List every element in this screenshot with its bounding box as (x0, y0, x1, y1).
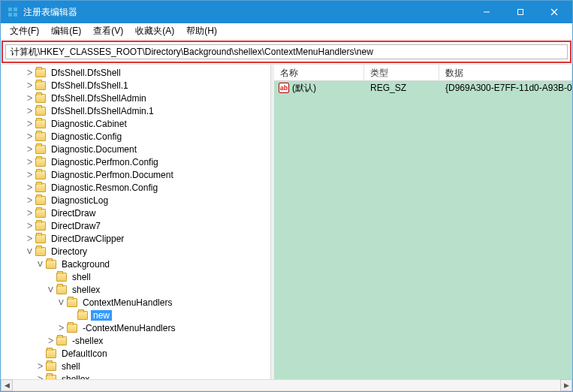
scroll-right-button[interactable]: ▶ (560, 379, 572, 391)
values-body[interactable]: ab(默认)REG_SZ{D969A300-E7FF-11d0-A93B-00A… (274, 81, 572, 379)
expand-toggle-closed-icon[interactable]: ᐳ (25, 68, 34, 77)
folder-icon (35, 145, 46, 154)
tree-label[interactable]: Diagnostic.Config (49, 131, 124, 142)
tree-row[interactable]: ᐳDiagnostic.Perfmon.Document (4, 168, 270, 181)
tree-pane[interactable]: ᐳDfsShell.DfsShellᐳDfsShell.DfsShell.1ᐳD… (1, 65, 271, 379)
expand-toggle-closed-icon[interactable]: ᐳ (25, 170, 34, 179)
tree-label[interactable]: DfsShell.DfsShellAdmin.1 (49, 106, 156, 116)
expand-toggle-closed-icon[interactable]: ᐳ (25, 209, 34, 218)
tree-label[interactable]: Diagnostic.Document (49, 144, 139, 155)
tree-row[interactable]: ᐯDirectory (4, 245, 270, 258)
tree-row[interactable]: ᐯBackground (4, 258, 270, 270)
tree-row[interactable]: ᐳDfsShell.DfsShell.1 (4, 79, 270, 92)
tree-label[interactable]: Diagnostic.Perfmon.Document (49, 170, 176, 180)
tree-label[interactable]: shell (70, 272, 93, 282)
menu-view[interactable]: 查看(V) (87, 23, 129, 39)
expand-toggle-closed-icon[interactable]: ᐳ (25, 183, 34, 192)
menu-help[interactable]: 帮助(H) (180, 23, 223, 39)
tree-label[interactable]: new (91, 310, 112, 321)
tree-label[interactable]: Diagnostic.Cabinet (49, 119, 129, 129)
tree-row[interactable]: ᐯshellex (4, 283, 270, 296)
folder-icon (35, 107, 46, 116)
expand-toggle-closed-icon[interactable]: ᐳ (25, 107, 34, 116)
tree-label[interactable]: shellex (59, 374, 92, 380)
expand-toggle-open-icon[interactable]: ᐯ (46, 285, 55, 294)
tree-row[interactable]: ᐳDirectDraw (4, 207, 270, 219)
menu-favorites[interactable]: 收藏夹(A) (129, 23, 180, 39)
folder-icon (46, 349, 56, 358)
addressbar-input[interactable] (5, 44, 568, 59)
expand-toggle-closed-icon[interactable]: ᐳ (25, 158, 34, 167)
tree-label[interactable]: DfsShell.DfsShell.1 (49, 80, 131, 91)
expand-toggle-closed-icon[interactable]: ᐳ (56, 324, 65, 333)
menu-file[interactable]: 文件(F) (4, 23, 45, 39)
tree-label[interactable]: DirectDrawClipper (49, 234, 126, 244)
tree-row[interactable]: ᐳDfsShell.DfsShellAdmin.1 (4, 104, 270, 117)
tree-label[interactable]: shellex (70, 285, 102, 295)
tree-row[interactable]: ᐳDfsShell.DfsShellAdmin (4, 92, 270, 104)
tree-label[interactable]: DefaultIcon (59, 348, 110, 359)
tree-row[interactable]: ᐳshellex (4, 372, 270, 379)
expand-toggle-open-icon[interactable]: ᐯ (35, 260, 44, 269)
folder-icon (35, 68, 46, 77)
column-data[interactable]: 数据 (439, 65, 572, 80)
tree-label[interactable]: DfsShell.DfsShell (49, 68, 123, 78)
expand-toggle-closed-icon[interactable]: ᐳ (25, 145, 34, 154)
expand-toggle-closed-icon[interactable]: ᐳ (46, 336, 55, 345)
registry-tree: ᐳDfsShell.DfsShellᐳDfsShell.DfsShell.1ᐳD… (1, 65, 270, 379)
minimize-button[interactable] (469, 1, 503, 23)
tree-row[interactable]: ᐳDirectDraw7 (4, 219, 270, 232)
tree-row[interactable]: ᐳ-shellex (4, 334, 270, 347)
expand-toggle-closed-icon[interactable]: ᐳ (25, 234, 34, 243)
expand-toggle-open-icon[interactable]: ᐯ (56, 298, 65, 307)
scroll-track[interactable] (13, 379, 560, 391)
tree-label[interactable]: ContextMenuHandlers (80, 297, 174, 308)
expand-toggle-closed-icon[interactable]: ᐳ (25, 222, 34, 231)
tree-label[interactable]: DfsShell.DfsShellAdmin (49, 93, 149, 104)
tree-label[interactable]: DirectDraw (49, 208, 98, 219)
tree-label[interactable]: -shellex (70, 336, 105, 346)
expand-toggle-open-icon[interactable]: ᐯ (25, 247, 34, 256)
tree-label[interactable]: -ContextMenuHandlers (80, 323, 177, 333)
tree-label[interactable]: Diagnostic.Perfmon.Config (49, 157, 161, 167)
menu-edit[interactable]: 编辑(E) (45, 23, 87, 39)
column-name[interactable]: 名称 (274, 65, 364, 80)
tree-row[interactable]: ᐳDirectDrawClipper (4, 232, 270, 245)
tree-row[interactable]: ᐳDiagnostic.Document (4, 143, 270, 155)
tree-row[interactable]: shell (4, 270, 270, 283)
tree-row[interactable]: ᐳDiagnostic.Cabinet (4, 117, 270, 130)
tree-label[interactable]: shell (59, 361, 83, 372)
scroll-left-button[interactable]: ◀ (1, 379, 13, 391)
expand-toggle-closed-icon[interactable]: ᐳ (25, 119, 34, 128)
tree-label[interactable]: Diagnostic.Resmon.Config (49, 182, 160, 193)
tree-row[interactable]: ᐳ-ContextMenuHandlers (4, 321, 270, 334)
horizontal-scrollbar[interactable]: ◀ ▶ (1, 379, 572, 391)
close-button[interactable] (537, 1, 571, 23)
tree-row[interactable]: ᐯContextMenuHandlers (4, 296, 270, 309)
tree-row[interactable]: ᐳDiagnostic.Config (4, 130, 270, 143)
tree-label[interactable]: Background (59, 259, 112, 270)
expand-toggle-closed-icon[interactable]: ᐳ (25, 132, 34, 141)
folder-icon (67, 324, 77, 333)
tree-label[interactable]: Directory (49, 246, 89, 257)
titlebar[interactable]: 注册表编辑器 (1, 1, 572, 23)
tree-row[interactable]: ᐳDiagnosticLog (4, 194, 270, 207)
expand-toggle-closed-icon[interactable]: ᐳ (25, 81, 34, 90)
expand-toggle-closed-icon[interactable]: ᐳ (35, 362, 44, 371)
tree-row[interactable]: ᐳshell (4, 360, 270, 372)
tree-label[interactable]: DirectDraw7 (49, 221, 103, 231)
tree-row[interactable]: ᐳDiagnostic.Perfmon.Config (4, 155, 270, 168)
folder-icon (56, 273, 67, 282)
value-row[interactable]: ab(默认)REG_SZ{D969A300-E7FF-11d0-A93B-00A… (274, 81, 572, 95)
expand-toggle-closed-icon[interactable]: ᐳ (25, 196, 34, 205)
tree-row[interactable]: new (4, 309, 270, 321)
expand-toggle-closed-icon[interactable]: ᐳ (25, 94, 34, 103)
tree-row[interactable]: ᐳDfsShell.DfsShell (4, 66, 270, 79)
tree-row[interactable]: ᐳDiagnostic.Resmon.Config (4, 181, 270, 194)
folder-icon (35, 81, 46, 90)
expand-toggle-closed-icon[interactable]: ᐳ (35, 375, 44, 380)
maximize-button[interactable] (503, 1, 537, 23)
column-type[interactable]: 类型 (364, 65, 439, 80)
tree-row[interactable]: DefaultIcon (4, 347, 270, 360)
tree-label[interactable]: DiagnosticLog (49, 195, 110, 206)
